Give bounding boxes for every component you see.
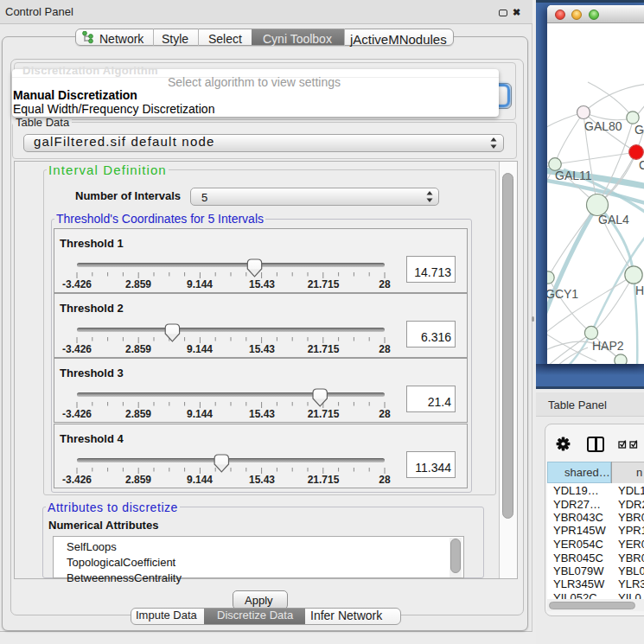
svg-text:GAL11: GAL11 (555, 169, 592, 182)
svg-text:GA: GA (634, 123, 644, 137)
svg-text:C: C (639, 158, 644, 172)
svg-text:GAL4: GAL4 (598, 213, 629, 226)
svg-text:HAP2: HAP2 (592, 339, 624, 353)
svg-text:GAL80: GAL80 (584, 119, 622, 133)
svg-text:H: H (635, 284, 644, 297)
svg-text:GCY1: GCY1 (547, 287, 578, 301)
